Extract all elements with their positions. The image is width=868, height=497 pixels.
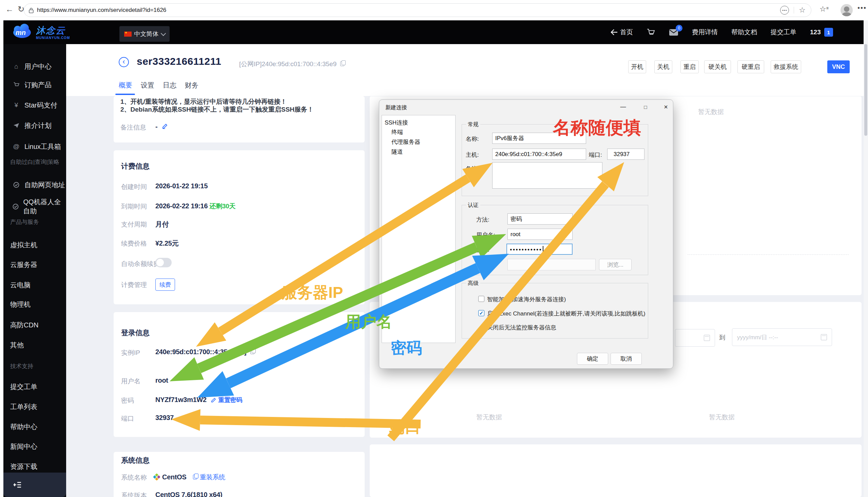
tree-tunnel[interactable]: 隧道 [391,148,403,156]
minimize-button[interactable]: — [615,101,631,113]
sidebar-item-virtual-host[interactable]: 虚拟主机 [3,241,73,249]
dialog-user-input[interactable]: root [507,229,573,240]
note-textarea[interactable] [492,162,603,189]
nav-cart[interactable] [647,28,655,36]
copy-icon[interactable] [250,349,256,354]
tab-settings[interactable]: 设置 [141,81,154,90]
badge-check-icon [13,182,20,188]
collapse-sidebar-icon[interactable] [13,481,22,488]
power-on-button[interactable]: 开机 [628,60,646,73]
cancel-button[interactable]: 取消 [610,353,642,365]
hard-off-button[interactable]: 硬关机 [704,60,731,73]
sidebar-item-submit-ticket[interactable]: 提交工单 [3,382,73,391]
ok-button[interactable]: 确定 [577,353,608,365]
sidebar-footer [3,472,66,497]
tab-logs[interactable]: 日志 [163,81,176,90]
sidebar-item-physical[interactable]: 物理机 [3,300,73,309]
sidebar-item-referral[interactable]: 推介计划 [3,121,66,130]
cart-icon [647,28,655,36]
edit-pencil-icon[interactable] [211,397,216,403]
sidebar-item-order[interactable]: 订购产品 [3,81,66,89]
sidebar-item-cdn[interactable]: 高防CDN [3,321,73,329]
port-label: 端口 [121,414,134,423]
auto-renew-toggle[interactable] [155,258,172,267]
tree-proxy[interactable]: 代理服务器 [391,138,420,146]
date-start-input[interactable] [675,329,715,347]
connection-tree: SSH连接 终端 代理服务器 隧道 [381,115,455,343]
exec-channel-checkbox[interactable]: ✓ [478,310,484,316]
cycle-value: 月付 [155,220,169,229]
tab-overview[interactable]: 概要 [119,81,132,90]
back-button[interactable]: ‹ [119,57,129,67]
bookmark-star-icon[interactable]: ☆ [799,6,806,15]
browser-menu-icon[interactable]: ••• [857,4,867,12]
dialog-pwd-input[interactable]: ●●●●●●●●●●● [506,244,573,255]
url-text[interactable]: https://www.munianyun.com/servicedetail?… [37,7,166,14]
renew-button[interactable]: 续费 [155,279,175,291]
smart-accel-checkbox[interactable] [478,296,484,302]
sidebar-item-downloads[interactable]: 资源下载 [3,462,73,471]
credit-badge[interactable]: 1 [824,28,833,37]
sidebar-item-other[interactable]: 其他 [3,341,73,350]
address-bar[interactable]: https://www.munianyun.com/servicedetail?… [24,3,811,17]
tab-finance[interactable]: 财务 [185,81,199,90]
sidebar-item-ticket-list[interactable]: 工单列表 [3,402,73,411]
advanced-group-label: 高级 [466,280,480,287]
sidebar-item-self-web[interactable]: 自助网页地址 [3,181,66,189]
sidebar-item-news-center[interactable]: 新闻中心 [3,442,73,451]
reinstall-link[interactable]: 重装系统 [193,473,225,481]
dialog-port-input[interactable]: 32937 [607,148,645,160]
reboot-button[interactable]: 重启 [680,60,699,73]
billing-card: 计费信息 创建时间 2026-01-22 19:15 到期时间 2026-02-… [114,150,365,304]
credit-amount[interactable]: 123 [810,28,821,36]
sidebar-item-help-center[interactable]: 帮助中心 [3,422,73,431]
page-header: ‹ ser333216611211 [公网IP]240e:95d:c01:700… [66,44,864,96]
close-button[interactable]: × [658,101,674,113]
nav-home[interactable]: 首页 [610,28,633,37]
tree-terminal[interactable]: 终端 [391,128,403,136]
date-placeholder: yyyy/mm/日 --:-- [737,333,778,341]
rescue-button[interactable]: 救援系统 [771,60,801,73]
host-input[interactable]: 240e:95d:c01:700::4:35e9 [492,148,586,160]
login-card: 登录信息 实例IP 240e:95d:c01:700::4:35e9[10] 用… [114,312,365,437]
nav-ticket[interactable]: 提交工单 [771,28,796,37]
sidebar-item-linux-toolbox[interactable]: @Linux工具箱 [3,142,66,151]
reset-password-link[interactable]: 重置密码 [218,397,242,403]
collections-icon[interactable]: ☆≡ [820,5,829,14]
copy-icon[interactable] [340,60,345,66]
scrollbar-thumb[interactable] [864,44,867,136]
sidebar-item-cloud-server[interactable]: 云服务器 [3,260,73,269]
power-off-button[interactable]: 关机 [654,60,672,73]
vnc-button[interactable]: VNC [827,60,850,73]
smart-accel-label: 智能加速(加速海外服务器连接) [487,296,566,303]
method-label: 方法: [476,216,490,224]
site-logo[interactable]: mn 沐念云 MUNIANYUN.COM [11,24,70,40]
browser-avatar[interactable] [840,4,853,16]
browser-chrome: ← ↻ https://www.munianyun.com/servicedet… [0,0,868,21]
nav-docs[interactable]: 帮助文档 [731,28,757,37]
browser-reload-icon[interactable]: ↻ [18,5,25,13]
no-data-text: 暂无数据 [698,108,724,116]
language-selector[interactable]: ★ 中文简体 [119,26,170,42]
sidebar: ⌂用户中心 订购产品 ¥Star码支付 推介计划 @Linux工具箱 自助过白|… [3,44,66,497]
home-back-icon [610,29,618,36]
sidebar-item-cloud-pc[interactable]: 云电脑 [3,281,73,289]
sidebar-item-user-center[interactable]: ⌂用户中心 [3,62,66,71]
browser-back-icon[interactable]: ← [5,5,14,13]
maximize-button[interactable]: □ [638,101,653,113]
date-end-input[interactable]: yyyy/mm/日 --:-- [732,328,832,346]
notice-line-2: 2、Debian系统如果SSH链接不上，请重启一下触发重启SSH服务！ [120,105,314,114]
method-input[interactable]: 密码 [507,213,573,225]
username-value: root [155,377,168,384]
private-key-input[interactable] [507,259,596,270]
browse-button[interactable]: 浏览... [599,259,632,270]
nav-mail[interactable]: 0 [669,29,678,36]
nav-billing[interactable]: 费用详情 [692,28,718,37]
hard-reboot-button[interactable]: 硬重启 [737,60,764,73]
sidebar-item-star-pay[interactable]: ¥Star码支付 [3,101,66,110]
reader-mode-icon[interactable]: ••• [780,6,789,15]
name-input[interactable]: IPv6服务器 [492,133,586,144]
tree-ssh[interactable]: SSH连接 [385,119,408,127]
edit-pencil-icon[interactable] [162,123,168,129]
sidebar-item-qq-bot[interactable]: QQ机器人全自助 [3,202,66,211]
